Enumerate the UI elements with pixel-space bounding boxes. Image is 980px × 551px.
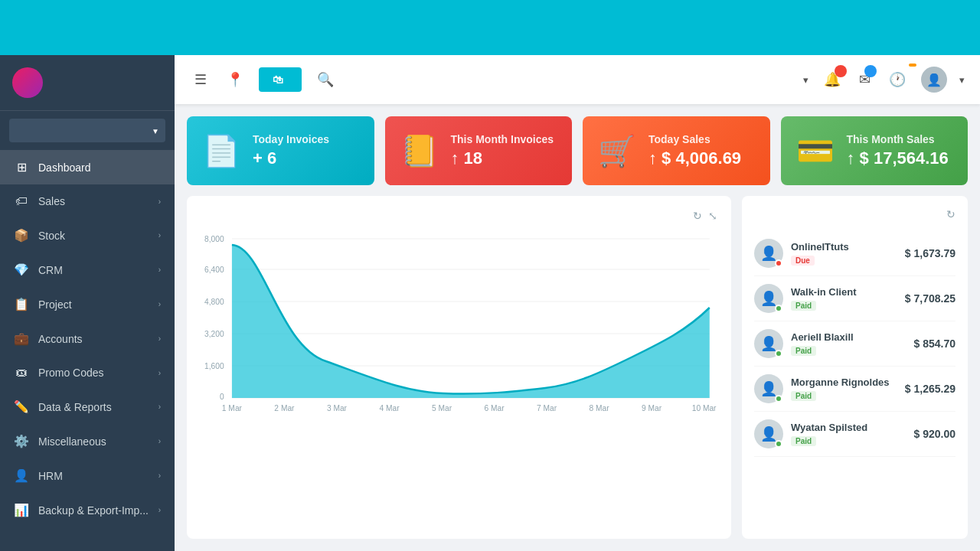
buyer-name: Aeriell Blaxill — [791, 331, 906, 343]
msg-badge — [864, 65, 877, 77]
sidebar-item-misc[interactable]: ⚙️ Miscellaneous › — [0, 424, 175, 458]
crm-nav-icon: 💎 — [14, 262, 29, 277]
sales-nav-icon: 🏷 — [14, 194, 29, 208]
buyer-row[interactable]: 👤 Aeriell Blaxill Paid $ 854.70 — [754, 321, 956, 367]
buyer-amount: $ 1,673.79 — [905, 247, 956, 259]
timer-button[interactable]: 🕐 — [886, 68, 909, 91]
sidebar: ⊞ Dashboard 🏷 Sales › 📦 Stock › 💎 CRM › — [0, 55, 175, 551]
stat-card-today-invoices: 📄 Today Invoices + 6 — [187, 116, 374, 185]
buyer-name: Walk-in Client — [791, 286, 897, 298]
business-settings-button[interactable]: ▾ — [800, 74, 808, 86]
buyer-amount: $ 854.70 — [914, 337, 956, 350]
sidebar-item-data[interactable]: ✏️ Data & Reports › — [0, 390, 175, 424]
svg-text:3,200: 3,200 — [204, 330, 224, 338]
search-button[interactable]: 🔍 — [312, 67, 338, 93]
buyer-row[interactable]: 👤 Morganne Rignoldes Paid $ 1,265.29 — [754, 367, 956, 412]
buyer-amount: $ 920.00 — [914, 428, 956, 440]
sidebar-item-dashboard[interactable]: ⊞ Dashboard — [0, 150, 175, 184]
buyer-info: Morganne Rignoldes Paid — [791, 377, 897, 402]
location-button[interactable]: 📍 — [222, 67, 248, 93]
svg-text:6 Mar: 6 Mar — [484, 404, 505, 412]
company-select[interactable] — [9, 119, 165, 142]
header-left: ☰ 📍 🛍 🔍 — [190, 67, 338, 93]
nav-item-left: ✏️ Data & Reports — [14, 399, 112, 414]
svg-text:2 Mar: 2 Mar — [274, 404, 295, 412]
bottom-section: ↻ ⤡ 8,000 6,400 4,800 3,200 1,600 0 — [187, 196, 968, 539]
company-selector-wrapper[interactable] — [0, 111, 175, 150]
chart-svg: 8,000 6,400 4,800 3,200 1,600 0 — [201, 231, 717, 422]
svg-text:4,800: 4,800 — [204, 298, 224, 306]
sidebar-item-crm[interactable]: 💎 CRM › — [0, 253, 175, 287]
buyer-name: Morganne Rignoldes — [791, 377, 897, 388]
stat-icon-today-invoices: 📄 — [202, 133, 240, 169]
buyer-info: Aeriell Blaxill Paid — [791, 331, 906, 357]
nav-item-label: Miscellaneous — [38, 435, 106, 448]
stat-value-month-invoices: ↑ 18 — [451, 148, 557, 168]
recent-buyers-section: ↻ 👤 OnlineITtuts Due $ 1,673.79 👤 Walk-i… — [742, 196, 968, 539]
stock-nav-icon: 📦 — [14, 228, 29, 243]
sidebar-item-hrm[interactable]: 👤 HRM › — [0, 458, 175, 493]
nav-item-label: Accounts — [38, 333, 83, 345]
stat-info-month-invoices: This Month Invoices ↑ 18 — [451, 133, 557, 169]
chart-section: ↻ ⤡ 8,000 6,400 4,800 3,200 1,600 0 — [187, 196, 731, 539]
nav-item-label: Data & Reports — [38, 401, 112, 413]
stat-icon-month-sales: 💳 — [796, 133, 835, 169]
buyer-row[interactable]: 👤 Wyatan Spilsted Paid $ 920.00 — [754, 412, 956, 457]
buyer-status-dot — [775, 440, 782, 448]
buyer-status-dot — [775, 259, 782, 267]
sidebar-item-project[interactable]: 📋 Project › — [0, 287, 175, 321]
chart-container: 8,000 6,400 4,800 3,200 1,600 0 — [201, 231, 717, 525]
nav-item-label: Backup & Export-Imp... — [38, 504, 149, 517]
sidebar-item-accounts[interactable]: 💼 Accounts › — [0, 321, 175, 356]
sidebar-item-promo[interactable]: 🎟 Promo Codes › — [0, 356, 175, 390]
account-button[interactable]: 👤 ▾ — [921, 67, 965, 93]
main-content: ☰ 📍 🛍 🔍 ▾ 🔔 ✉ — [175, 55, 980, 551]
nav-item-left: 💼 Accounts — [14, 331, 83, 346]
buyer-amount: $ 7,708.25 — [905, 292, 956, 305]
nav-item-label: Sales — [38, 195, 65, 207]
buyer-status-badge: Paid — [791, 436, 816, 446]
buyer-status-badge: Paid — [791, 301, 816, 311]
buyer-status-badge: Paid — [791, 391, 816, 401]
messages-button[interactable]: ✉ — [856, 68, 874, 91]
nav-item-left: 💎 CRM — [14, 262, 63, 277]
buyer-avatar-wrap: 👤 — [754, 284, 783, 313]
chart-refresh-button[interactable]: ↻ — [693, 210, 702, 222]
buyer-info: Walk-in Client Paid — [791, 286, 897, 311]
data-nav-icon: ✏️ — [14, 399, 29, 414]
sidebar-item-backup[interactable]: 📊 Backup & Export-Imp... › — [0, 493, 175, 527]
nav-chevron-icon: › — [158, 437, 161, 445]
buyer-status-dot — [775, 305, 782, 312]
pos-button[interactable]: 🛍 — [259, 67, 302, 92]
nav-item-left: 📋 Project — [14, 297, 72, 311]
sidebar-item-stock[interactable]: 📦 Stock › — [0, 218, 175, 253]
buyer-row[interactable]: 👤 Walk-in Client Paid $ 7,708.25 — [754, 276, 956, 321]
dashboard-nav-icon: ⊞ — [14, 160, 29, 174]
buyer-avatar-wrap: 👤 — [754, 374, 783, 403]
chart-expand-button[interactable]: ⤡ — [708, 210, 717, 222]
buyer-row[interactable]: 👤 OnlineITtuts Due $ 1,673.79 — [754, 231, 956, 276]
sidebar-item-sales[interactable]: 🏷 Sales › — [0, 184, 175, 218]
stat-icon-today-sales: 🛒 — [598, 133, 636, 169]
buyer-amount: $ 1,265.29 — [905, 383, 956, 395]
hamburger-button[interactable]: ☰ — [190, 67, 211, 93]
svg-text:6,400: 6,400 — [204, 266, 224, 274]
buyer-avatar-wrap: 👤 — [754, 419, 783, 448]
stat-label-today-sales: Today Sales — [648, 133, 755, 146]
nav-chevron-icon: › — [158, 231, 161, 240]
buyers-refresh-button[interactable]: ↻ — [946, 208, 956, 220]
nav-item-left: 👤 HRM — [14, 468, 63, 483]
chart-header: ↻ ⤡ — [201, 210, 717, 222]
nav-item-left: 🏷 Sales — [14, 194, 65, 208]
buyer-status-dot — [775, 395, 782, 403]
stat-value-today-sales: ↑ $ 4,006.69 — [648, 148, 755, 168]
buyer-avatar-wrap: 👤 — [754, 329, 783, 358]
nav-item-label: HRM — [38, 470, 63, 482]
chart-actions: ↻ ⤡ — [693, 210, 717, 222]
nav-item-label: Promo Codes — [38, 367, 104, 379]
nav-chevron-icon: › — [158, 369, 161, 377]
nav-item-left: 📦 Stock — [14, 228, 65, 243]
stat-info-today-sales: Today Sales ↑ $ 4,006.69 — [648, 133, 755, 169]
nav-chevron-icon: › — [158, 403, 161, 411]
notifications-button[interactable]: 🔔 — [821, 68, 844, 91]
